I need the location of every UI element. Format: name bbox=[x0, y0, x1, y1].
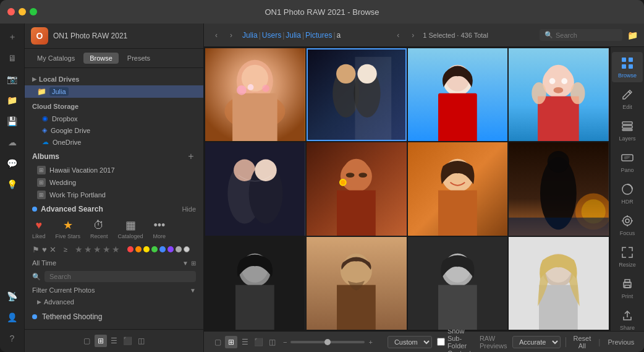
map-view-icon[interactable]: ◫ bbox=[135, 335, 148, 347]
help-icon[interactable]: ? bbox=[4, 330, 21, 347]
photo-cell-9[interactable] bbox=[205, 237, 305, 330]
heart-rating-icon[interactable]: ♥ bbox=[42, 245, 47, 254]
prev-page-button[interactable]: ‹ bbox=[392, 29, 404, 41]
rp-layers[interactable]: Layers bbox=[612, 115, 643, 145]
tether-icon[interactable]: 📡 bbox=[4, 288, 21, 305]
folder-icon[interactable]: 📁 bbox=[4, 92, 21, 109]
album-item-hawaii[interactable]: ⊞ Hawaii Vacation 2017 bbox=[25, 164, 203, 176]
compare-view-icon[interactable]: ⬛ bbox=[122, 335, 134, 347]
nav-search-input[interactable] bbox=[556, 32, 617, 39]
photo-cell-2[interactable] bbox=[307, 48, 407, 141]
person-icon[interactable]: 👤 bbox=[4, 309, 21, 326]
sidebar-item-julia[interactable]: 📁 Julia bbox=[25, 85, 203, 98]
filter-more[interactable]: ••• More bbox=[153, 219, 166, 239]
time-filter[interactable]: All Time ▼ ⊞ bbox=[25, 257, 203, 269]
tab-browse[interactable]: Browse bbox=[83, 53, 119, 64]
rp-edit[interactable]: Edit bbox=[612, 84, 643, 114]
photo-cell-3[interactable] bbox=[408, 48, 508, 141]
rp-resize[interactable]: Resize bbox=[612, 241, 643, 272]
cloud-icon[interactable]: ☁ bbox=[4, 134, 21, 151]
single-view-icon[interactable]: ▢ bbox=[81, 335, 93, 347]
filter-five-stars[interactable]: ★ Five Stars bbox=[56, 218, 81, 239]
breadcrumb-julia2[interactable]: Julia bbox=[286, 31, 301, 40]
photo-cell-10[interactable] bbox=[307, 237, 407, 330]
nav-back-button[interactable]: ‹ bbox=[210, 29, 222, 41]
search-input[interactable] bbox=[44, 271, 196, 282]
rp-focus[interactable]: Focus bbox=[612, 210, 643, 240]
next-page-button[interactable]: › bbox=[407, 29, 419, 41]
zoom-out-icon[interactable]: − bbox=[283, 338, 287, 346]
previous-button[interactable]: Previous bbox=[605, 337, 637, 347]
color-swatch-orange[interactable] bbox=[135, 246, 142, 252]
strip-view-icon[interactable]: ☰ bbox=[108, 335, 121, 347]
tab-presets[interactable]: Presets bbox=[121, 53, 156, 64]
color-swatch-purple[interactable] bbox=[167, 246, 174, 252]
bottom-grid-view[interactable]: ⊞ bbox=[225, 336, 237, 348]
nav-search-box[interactable]: 🔍 bbox=[540, 29, 622, 41]
photo-cell-6[interactable] bbox=[307, 142, 407, 235]
tab-my-catalogs[interactable]: My Catalogs bbox=[31, 53, 81, 64]
album-item-wedding[interactable]: ⊞ Wedding bbox=[25, 176, 203, 189]
album-item-work-trip[interactable]: ⊞ Work Trip Portland bbox=[25, 189, 203, 201]
filter-recent[interactable]: ⏱ Recent bbox=[90, 219, 108, 239]
photo-cell-4[interactable] bbox=[509, 48, 609, 141]
sidebar-item-dropbox[interactable]: ◉ Dropbox bbox=[25, 113, 203, 124]
filter-cataloged[interactable]: ▦ Cataloged bbox=[118, 218, 143, 239]
folder-nav-icon[interactable]: 📁 bbox=[627, 30, 638, 40]
lightbulb-icon[interactable]: 💡 bbox=[4, 176, 21, 193]
star-rating[interactable]: ★★★★★ bbox=[75, 244, 120, 254]
filter-current-photos[interactable]: Filter Current Photos ▼ bbox=[25, 284, 203, 296]
color-swatch-white[interactable] bbox=[184, 246, 190, 252]
color-swatch-red[interactable] bbox=[127, 246, 133, 252]
grid-view-icon-btn[interactable]: ⊞ bbox=[95, 335, 107, 347]
camera-icon[interactable]: 📷 bbox=[4, 71, 21, 88]
photo-cell-1[interactable] bbox=[205, 48, 305, 141]
rp-print[interactable]: Print bbox=[612, 273, 643, 303]
bottom-map-view[interactable]: ◫ bbox=[266, 336, 278, 348]
breadcrumb-pictures[interactable]: Pictures bbox=[305, 31, 332, 40]
rp-hdr[interactable]: HDR bbox=[612, 178, 643, 208]
local-drives-header[interactable]: ▶ Local Drives bbox=[25, 73, 203, 85]
bottom-compare-view[interactable]: ⬛ bbox=[252, 336, 265, 348]
maximize-button[interactable] bbox=[30, 8, 37, 15]
photo-cell-7[interactable] bbox=[408, 142, 508, 235]
speech-icon[interactable]: 💬 bbox=[4, 155, 21, 172]
rp-pano[interactable]: Pano bbox=[612, 147, 643, 177]
advanced-toggle[interactable]: ▶ Advanced bbox=[25, 296, 203, 307]
nav-forward-button[interactable]: › bbox=[225, 29, 237, 41]
close-button[interactable] bbox=[7, 8, 15, 15]
rp-share[interactable]: Share bbox=[612, 304, 643, 331]
color-swatch-gray[interactable] bbox=[176, 246, 182, 252]
photo-cell-11[interactable] bbox=[408, 237, 508, 330]
drive-icon[interactable]: 💾 bbox=[4, 113, 21, 130]
flag-icon[interactable]: ⚑ bbox=[32, 245, 40, 254]
color-swatch-green[interactable] bbox=[151, 246, 158, 252]
bottom-strip-view[interactable]: ☰ bbox=[239, 336, 251, 348]
tethered-shooting-item[interactable]: Tethered Shooting bbox=[25, 307, 203, 326]
reject-icon[interactable]: ✕ bbox=[49, 245, 56, 254]
breadcrumb-julia[interactable]: Julia bbox=[242, 31, 258, 40]
raw-previews-select[interactable]: Accurate bbox=[512, 336, 561, 348]
bottom-single-view[interactable]: ▢ bbox=[211, 336, 224, 348]
breadcrumb-users[interactable]: Users bbox=[262, 31, 281, 40]
monitor-icon[interactable]: 🖥 bbox=[4, 49, 21, 67]
sidebar-item-google-drive[interactable]: ◈ Google Drive bbox=[25, 124, 203, 136]
hide-advanced-search-button[interactable]: Hide bbox=[182, 205, 196, 213]
zoom-in-icon[interactable]: + bbox=[368, 338, 372, 346]
color-swatch-blue[interactable] bbox=[159, 246, 166, 252]
raw-previews-label: RAW Previews bbox=[480, 335, 507, 350]
rp-browse[interactable]: Browse bbox=[612, 52, 643, 82]
reset-all-button[interactable]: Reset All bbox=[571, 333, 594, 351]
add-icon[interactable]: ＋ bbox=[4, 28, 21, 46]
photo-cell-8[interactable] bbox=[509, 142, 609, 235]
zoom-slider[interactable] bbox=[290, 341, 365, 343]
photo-cell-12[interactable] bbox=[509, 237, 609, 330]
minimize-button[interactable] bbox=[19, 8, 26, 15]
add-album-button[interactable]: + bbox=[186, 152, 196, 161]
sidebar-item-onedrive[interactable]: ☁ OneDrive bbox=[25, 136, 203, 148]
show-subfolder-checkbox[interactable] bbox=[437, 338, 445, 346]
custom-select[interactable]: Custom bbox=[388, 336, 432, 348]
photo-cell-5[interactable] bbox=[205, 142, 305, 235]
filter-liked[interactable]: ♥ Liked bbox=[32, 219, 46, 239]
color-swatch-yellow[interactable] bbox=[143, 246, 150, 252]
